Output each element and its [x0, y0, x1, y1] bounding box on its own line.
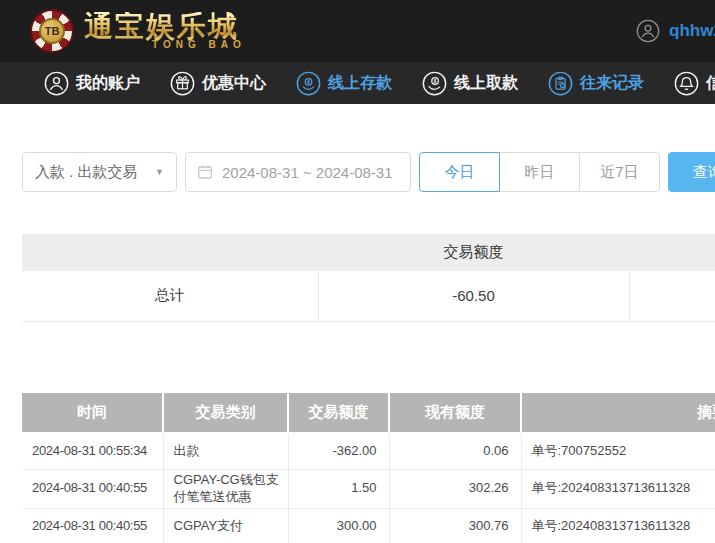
bell-icon — [674, 71, 699, 96]
summary-header-amount: 交易额度 — [318, 234, 629, 271]
deposit-icon — [296, 71, 321, 96]
nav-label: 线上取款 — [454, 73, 518, 94]
cell-type: CGPAY支付 — [163, 508, 288, 543]
gift-icon — [170, 71, 195, 96]
cell-summary: 单号:202408313713611328 — [521, 508, 715, 543]
user-account-area[interactable]: qhhw2 — [636, 19, 715, 43]
table-row: 2024-08-31 00:40:55 CGPAY-CG钱包支付笔笔送优惠 1.… — [22, 470, 715, 509]
user-icon — [44, 71, 69, 96]
cell-time: 2024-08-31 00:40:55 — [22, 508, 163, 543]
summary-total-value: -60.50 — [318, 271, 629, 321]
col-balance: 现有额度 — [389, 393, 521, 433]
logo-text: 通宝娱乐城 TONG BAO — [84, 12, 246, 50]
nav-label: 我的账户 — [76, 73, 140, 94]
content-area: 入款 . 出款交易 ▼ 2024-08-31 ~ 2024-08-31 今日 昨… — [0, 152, 715, 543]
summary-total-label: 总计 — [22, 271, 318, 321]
col-type: 交易类别 — [163, 393, 288, 433]
nav-label: 线上存款 — [328, 73, 392, 94]
summary-header-empty — [629, 234, 715, 271]
transactions-header-row: 时间 交易类别 交易额度 现有额度 摘要 — [22, 393, 715, 433]
top-header: TB 通宝娱乐城 TONG BAO qhhw2 — [0, 0, 715, 62]
cell-time: 2024-08-31 00:55:34 — [22, 433, 163, 470]
chip-tb-monogram: TB — [39, 18, 65, 44]
cell-time: 2024-08-31 00:40:55 — [22, 470, 163, 509]
table-row: 2024-08-31 00:40:55 CGPAY支付 300.00 300.7… — [22, 508, 715, 543]
cell-type: 出款 — [163, 433, 288, 470]
logo-title: 通宝娱乐城 — [84, 12, 246, 41]
transaction-type-value: 入款 . 出款交易 — [35, 163, 138, 182]
main-nav: 我的账户 优惠中心 线上存款 线上取款 往来记录 — [0, 62, 715, 104]
cell-balance: 300.76 — [389, 508, 521, 543]
summary-header-empty — [22, 234, 318, 271]
cell-summary: 单号:202408313713611328 — [521, 470, 715, 509]
summary-total-row: 总计 -60.50 — [22, 271, 715, 321]
cell-amount: -362.00 — [288, 433, 389, 470]
cell-balance: 0.06 — [389, 433, 521, 470]
nav-label: 信息 — [706, 73, 715, 94]
last7days-button[interactable]: 近7日 — [579, 152, 660, 192]
summary-empty-cell — [629, 271, 715, 321]
table-row: 2024-08-31 00:55:34 出款 -362.00 0.06 单号:7… — [22, 433, 715, 470]
logo-subtitle: TONG BAO — [152, 39, 246, 50]
filter-bar: 入款 . 出款交易 ▼ 2024-08-31 ~ 2024-08-31 今日 昨… — [22, 152, 715, 192]
summary-header-row: 交易额度 — [22, 234, 715, 271]
cell-balance: 302.26 — [389, 470, 521, 509]
col-time: 时间 — [22, 393, 163, 433]
withdraw-icon — [422, 71, 447, 96]
search-button[interactable]: 查询 — [668, 152, 715, 192]
quick-date-button-group: 今日 昨日 近7日 — [419, 152, 660, 192]
nav-item-my-account[interactable]: 我的账户 — [44, 71, 140, 96]
nav-label: 优惠中心 — [202, 73, 266, 94]
date-range-input[interactable]: 2024-08-31 ~ 2024-08-31 — [185, 152, 411, 192]
col-summary: 摘要 — [521, 393, 715, 433]
records-icon — [548, 71, 573, 96]
col-amount: 交易额度 — [288, 393, 389, 433]
cell-type: CGPAY-CG钱包支付笔笔送优惠 — [163, 470, 288, 509]
username: qhhw2 — [669, 21, 715, 41]
nav-item-messages[interactable]: 信息 — [674, 71, 715, 96]
nav-item-promotions[interactable]: 优惠中心 — [170, 71, 266, 96]
cell-summary: 单号:700752552 — [521, 433, 715, 470]
calendar-icon — [197, 164, 213, 180]
cell-amount: 1.50 — [288, 470, 389, 509]
nav-item-online-withdraw[interactable]: 线上取款 — [422, 71, 518, 96]
cell-amount: 300.00 — [288, 508, 389, 543]
summary-table: 交易额度 总计 -60.50 — [22, 234, 715, 322]
date-range-value: 2024-08-31 ~ 2024-08-31 — [222, 164, 393, 181]
user-icon — [636, 19, 660, 43]
site-logo[interactable]: TB 通宝娱乐城 TONG BAO — [30, 9, 246, 53]
transactions-table: 时间 交易类别 交易额度 现有额度 摘要 2024-08-31 00:55:34… — [22, 393, 715, 543]
chevron-down-icon: ▼ — [155, 167, 164, 177]
transaction-type-select[interactable]: 入款 . 出款交易 ▼ — [22, 152, 177, 192]
poker-chip-logo-icon: TB — [30, 9, 74, 53]
yesterday-button[interactable]: 昨日 — [499, 152, 580, 192]
nav-label: 往来记录 — [580, 73, 644, 94]
nav-item-online-deposit[interactable]: 线上存款 — [296, 71, 392, 96]
nav-item-transaction-records[interactable]: 往来记录 — [548, 71, 644, 96]
today-button[interactable]: 今日 — [419, 152, 500, 192]
transaction-records-page: TB 通宝娱乐城 TONG BAO qhhw2 我的账户 优惠中心 — [0, 0, 715, 543]
